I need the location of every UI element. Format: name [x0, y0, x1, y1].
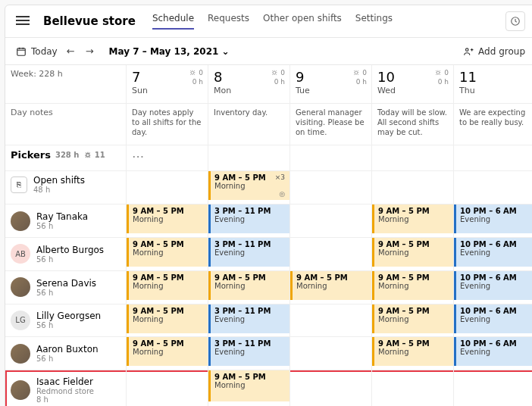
shift-open[interactable]: 9 AM – 5 PMMorning×3◎ [208, 171, 290, 205]
empty-cell[interactable] [372, 370, 454, 406]
person-row[interactable]: Serena Davis56 h [5, 271, 127, 304]
shift-cell[interactable]: 3 PM – 11 PMEvening [208, 304, 290, 338]
shift-cell[interactable]: 10 PM – 6 AMEvening [454, 238, 532, 271]
day-note: Today will be slow. All second shifts ma… [372, 104, 454, 145]
day-note: Day notes apply to all shifts for the da… [127, 104, 208, 145]
pin-icon: ◎ [279, 190, 285, 198]
shift-cell[interactable]: 9 AM – 5 PMMorning [372, 337, 454, 370]
day-note: We are expecting to be really busy. [454, 104, 532, 145]
today-button[interactable]: Today [16, 46, 58, 57]
shift-cell[interactable]: 10 PM – 6 AMEvening [454, 205, 532, 238]
shift-cell[interactable]: 9 AM – 5 PMMorning [127, 337, 208, 370]
add-group-button[interactable]: Add group [463, 46, 525, 57]
shift-cell[interactable]: 9 AM – 5 PMMorning [372, 304, 454, 338]
group-actions: ⋯ [127, 145, 208, 172]
clock-button[interactable] [505, 11, 525, 31]
shift-cell[interactable]: 10 PM – 6 AMEvening [454, 304, 532, 338]
day-header-wed[interactable]: 10Wed⛭ 00 h [372, 65, 454, 104]
tab-settings[interactable]: Settings [355, 13, 393, 30]
shift-cell[interactable]: 9 AM – 5 PMMorning [127, 238, 208, 271]
week-hours-label: Week: 228 h [5, 65, 127, 104]
empty-cell[interactable] [290, 370, 372, 406]
open-shifts-row[interactable]: ⎘Open shifts48 h [5, 171, 127, 205]
shift-cell[interactable]: 9 AM – 5 PMMorning [208, 271, 290, 304]
shift-cell[interactable]: 9 AM – 5 PMMorning [208, 370, 290, 406]
empty-cell[interactable] [290, 337, 372, 370]
empty-cell[interactable] [290, 205, 372, 238]
day-header-sun[interactable]: 7Sun⛭ 00 h [127, 65, 208, 104]
shift-cell[interactable]: 9 AM – 5 PMMorning [127, 271, 208, 304]
shift-cell[interactable]: 3 PM – 11 PMEvening [208, 205, 290, 238]
empty-cell[interactable] [454, 370, 532, 406]
tab-requests[interactable]: Requests [208, 13, 249, 30]
shift-cell[interactable]: 9 AM – 5 PMMorning [372, 271, 454, 304]
day-header-tue[interactable]: 9Tue⛭ 00 h [290, 65, 372, 104]
shift-cell[interactable]: 9 AM – 5 PMMorning [372, 238, 454, 271]
open-shift-icon: ⎘ [11, 176, 27, 193]
day-note: General manager visiting. Please be on t… [290, 104, 372, 145]
day-header-thu[interactable]: 11Thu [454, 65, 532, 104]
date-range-label: May 7 – May 13, 2021 [109, 46, 219, 57]
empty-cell[interactable] [127, 370, 208, 406]
date-range-picker[interactable]: May 7 – May 13, 2021 ⌄ [109, 46, 230, 57]
person-row[interactable]: LGLilly Georgsen56 h [5, 304, 127, 338]
tab-other-open-shifts[interactable]: Other open shifts [263, 13, 342, 30]
next-week-button[interactable]: → [84, 44, 95, 58]
main-tabs: ScheduleRequestsOther open shiftsSetting… [152, 13, 393, 30]
shift-cell[interactable]: 9 AM – 5 PMMorning [127, 304, 208, 338]
person-row[interactable]: ABAlberto Burgos56 h [5, 238, 127, 271]
chevron-down-icon: ⌄ [221, 46, 229, 57]
store-title: Bellevue store [43, 14, 136, 28]
shift-cell[interactable]: 3 PM – 11 PMEvening [208, 238, 290, 271]
day-header-mon[interactable]: 8Mon⛭ 00 h [208, 65, 290, 104]
shift-cell[interactable]: 9 AM – 5 PMMorning [372, 205, 454, 238]
day-note: Inventory day. [208, 104, 290, 145]
empty-cell[interactable] [290, 238, 372, 271]
group-pickers[interactable]: Pickers 328 h ⛭ 11 [5, 145, 127, 172]
prev-week-button[interactable]: ← [65, 44, 77, 58]
shift-cell[interactable]: 10 PM – 6 AMEvening [454, 271, 532, 304]
empty-cell[interactable] [290, 304, 372, 338]
group-more-icon[interactable]: ⋯ [132, 149, 144, 164]
today-label: Today [31, 46, 58, 57]
day-notes-label: Day notes [5, 104, 127, 145]
menu-icon[interactable] [16, 16, 30, 27]
svg-point-2 [466, 48, 469, 50]
shift-cell[interactable]: 9 AM – 5 PMMorning [127, 205, 208, 238]
shift-cell[interactable]: 9 AM – 5 PMMorning [290, 271, 372, 304]
svg-rect-1 [17, 48, 26, 55]
person-row[interactable]: Aaron Buxton56 h [5, 337, 127, 370]
shift-cell[interactable]: 3 PM – 11 PMEvening [208, 337, 290, 370]
add-group-label: Add group [478, 46, 525, 57]
person-row[interactable]: Isaac FielderRedmond store8 h [5, 370, 127, 406]
person-row[interactable]: Ray Tanaka56 h [5, 205, 127, 238]
shift-cell[interactable]: 10 PM – 6 AMEvening [454, 337, 532, 370]
tab-schedule[interactable]: Schedule [152, 13, 194, 30]
